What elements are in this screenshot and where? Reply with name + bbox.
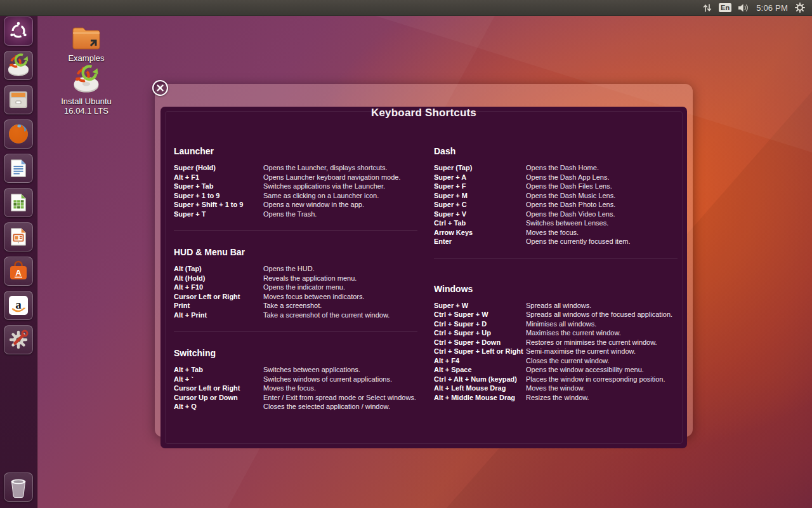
shortcut-row: Super + COpens the Dash Photo Lens.: [434, 200, 678, 210]
section-title: Switching: [174, 348, 417, 358]
shortcut-description: Opens the window accessibility menu.: [526, 365, 644, 375]
shortcut-key: Super + V: [434, 210, 526, 219]
shortcut-key: Ctrl + Super + D: [434, 319, 526, 329]
clock-indicator[interactable]: 5:06 PM: [752, 0, 792, 15]
shortcut-key: Cursor Up or Down: [174, 393, 263, 403]
shortcut-row: Arrow KeysMoves the focus.: [434, 228, 678, 237]
shortcuts-column-right: DashSuper (Tap)Opens the Dash Home.Super…: [434, 146, 678, 411]
shortcut-key: Print: [174, 301, 263, 311]
shortcut-row: Super (Hold)Opens the Launcher, displays…: [174, 163, 417, 173]
files-icon: [8, 89, 29, 110]
shortcut-description: Moves the focus.: [263, 384, 316, 393]
shortcut-key: Super + Shift + 1 to 9: [174, 200, 263, 210]
shortcut-row: PrintTake a screenshot.: [174, 301, 417, 311]
shortcut-description: Opens the Dash Music Lens.: [526, 191, 615, 201]
keyboard-layout-indicator[interactable]: En: [716, 0, 735, 15]
launcher-item-ubuntu-software[interactable]: A: [4, 257, 33, 286]
launcher-item-trash[interactable]: [4, 472, 33, 502]
session-gear-icon: [795, 3, 805, 13]
shortcut-row: Super + FOpens the Dash Files Lens.: [434, 182, 678, 191]
shortcut-row: Alt + SpaceOpens the window accessibilit…: [434, 365, 678, 375]
launcher-item-amazon[interactable]: a: [4, 291, 33, 320]
shortcut-row: Cursor Left or RightMoves the focus.: [174, 384, 417, 393]
shortcut-key: Cursor Left or Right: [174, 292, 263, 302]
shortcut-key: Alt + F10: [174, 283, 263, 292]
shortcut-row: Alt + TabSwitches between applications.: [174, 365, 417, 375]
shortcut-row: Ctrl + Super + WSpreads all windows of t…: [434, 310, 678, 319]
shortcut-row: Super (Tap)Opens the Dash Home.: [434, 163, 678, 173]
shortcut-description: Moves focus between indicators.: [263, 292, 365, 302]
shortcut-description: Opens the Dash Home.: [526, 163, 599, 173]
shortcut-description: Take a screenshot.: [263, 301, 322, 311]
section-title: Dash: [434, 146, 678, 156]
shortcut-key: Arrow Keys: [434, 228, 526, 237]
shortcut-description: Restores or minimises the current window…: [526, 338, 657, 347]
shortcut-description: Opens the Dash Video Lens.: [526, 210, 615, 219]
shortcut-description: Opens the Dash App Lens.: [526, 173, 609, 182]
launcher-item-files[interactable]: [4, 85, 33, 114]
folder-shortcut-icon: [70, 24, 102, 51]
shortcut-row: Cursor Up or DownEnter / Exit from sprea…: [174, 393, 417, 403]
shortcut-key: Super + W: [434, 301, 526, 311]
shortcut-description: Opens the currently focused item.: [526, 237, 630, 246]
launcher-item-libreoffice-impress[interactable]: [4, 222, 33, 251]
close-icon: [157, 84, 164, 91]
launcher-item-libreoffice-writer[interactable]: [4, 154, 33, 183]
shortcut-description: Places the window in corresponding posit…: [526, 375, 665, 384]
shortcut-description: Opens the Launcher, displays shortcuts.: [263, 163, 388, 173]
network-arrows-icon: [702, 3, 712, 13]
desktop-icon-install-ubuntu[interactable]: Install Ubuntu 16.04.1 LTS: [53, 65, 119, 116]
close-button[interactable]: [152, 80, 168, 96]
shortcut-row: Alt (Hold)Reveals the application menu.: [174, 274, 417, 283]
sound-indicator[interactable]: [735, 0, 752, 15]
launcher-item-firefox[interactable]: [4, 119, 33, 149]
shortcut-key: Super + A: [434, 173, 526, 182]
shortcut-row: Super + TabSwitches applications via the…: [174, 182, 417, 191]
section-divider: [174, 230, 417, 231]
shortcut-row: Alt + Left Mouse DragMoves the window.: [434, 384, 678, 393]
shortcut-key: Super + F: [434, 182, 526, 191]
firefox-icon: [7, 123, 30, 145]
session-indicator[interactable]: [792, 0, 808, 15]
shortcut-row: Super + VOpens the Dash Video Lens.: [434, 210, 678, 219]
shortcut-description: Opens the indicator menu.: [263, 283, 345, 292]
shortcut-description: Same as clicking on a Launcher icon.: [263, 191, 379, 201]
desktop-icon-label: Examples: [53, 53, 119, 63]
shortcut-key: Alt + Left Mouse Drag: [434, 384, 526, 393]
shortcut-description: Opens the Dash Photo Lens.: [526, 200, 615, 210]
shortcut-row: EnterOpens the currently focused item.: [434, 237, 678, 246]
shortcut-key: Enter: [434, 237, 526, 246]
shortcut-description: Opens the Trash.: [263, 210, 317, 219]
shortcut-key: Ctrl + Super + Up: [434, 328, 526, 338]
shortcut-description: Switches windows of current applications…: [263, 375, 392, 384]
shortcut-row: Alt + PrintTake a screenshot of the curr…: [174, 311, 417, 320]
desktop-icon-examples[interactable]: Examples: [53, 24, 119, 63]
launcher-item-install-ubuntu[interactable]: [4, 51, 33, 80]
install-ubuntu-icon: [6, 53, 30, 77]
section-title: HUD & Menu Bar: [174, 247, 417, 257]
keyboard-layout-badge: En: [719, 3, 731, 12]
shortcut-key: Alt + Space: [434, 365, 526, 375]
system-settings-icon: [7, 328, 30, 351]
shortcut-description: Maximises the current window.: [526, 328, 621, 338]
network-indicator[interactable]: [699, 0, 716, 15]
shortcut-row: Ctrl + TabSwitches between Lenses.: [434, 218, 678, 228]
shortcut-key: Ctrl + Alt + Num (keypad): [434, 375, 526, 384]
keyboard-shortcuts-panel: Keyboard Shortcuts LauncherSuper (Hold)O…: [160, 107, 687, 448]
desktop-icon-label: Install Ubuntu 16.04.1 LTS: [53, 97, 119, 116]
launcher-item-system-settings[interactable]: [4, 325, 33, 354]
shortcut-row: Ctrl + Alt + Num (keypad)Places the wind…: [434, 375, 678, 384]
ubuntu-dash-icon: [9, 22, 28, 41]
shortcut-key: Cursor Left or Right: [174, 384, 263, 393]
shortcut-key: Ctrl + Tab: [434, 218, 526, 228]
sound-icon: [738, 3, 749, 13]
shortcut-description: Closes the selected application / window…: [263, 402, 390, 411]
launcher-item-dash[interactable]: [4, 17, 33, 46]
shortcut-key: Alt (Hold): [174, 274, 263, 283]
shortcuts-column-left: LauncherSuper (Hold)Opens the Launcher, …: [174, 146, 417, 411]
launcher-item-libreoffice-calc[interactable]: [4, 188, 33, 217]
section-divider: [174, 331, 417, 331]
shortcut-description: Semi-maximise the current window.: [526, 347, 636, 356]
shortcut-key: Alt + Print: [174, 311, 263, 320]
shortcut-description: Opens Launcher keyboard navigation mode.: [263, 173, 400, 182]
